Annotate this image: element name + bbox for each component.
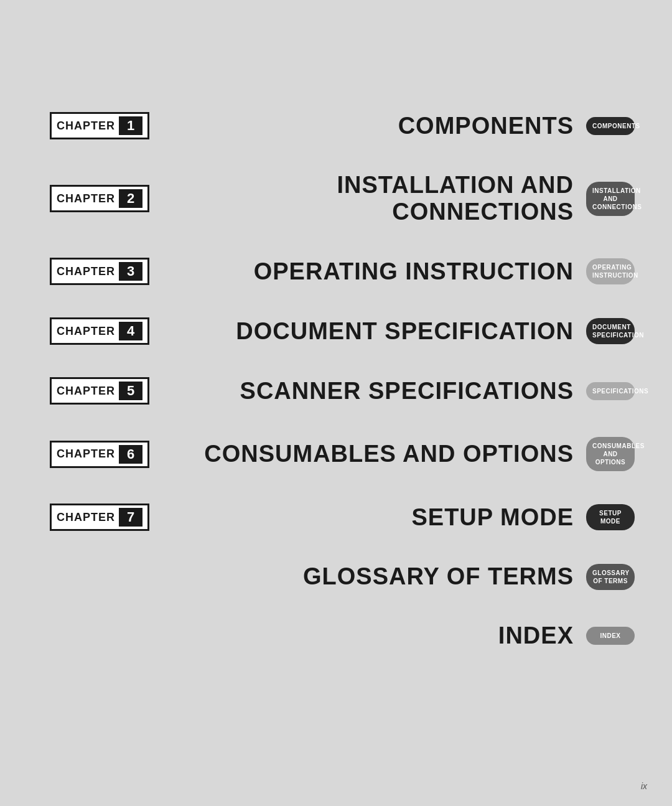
chapter-label-6: CHAPTER — [52, 448, 119, 461]
chapter-title-6: CONSUMABLES AND OPTIONS — [149, 441, 586, 467]
chapter-label-5: CHAPTER — [52, 385, 119, 398]
chapter-number-1: 1 — [119, 116, 142, 135]
chapter-row-7[interactable]: CHAPTER 7 SETUP MODE SETUP MODE — [50, 504, 635, 531]
chapter-label-4: CHAPTER — [52, 325, 119, 338]
tab-4: DOCUMENT SPECIFICATION — [586, 318, 635, 344]
chapter-badge-3: CHAPTER 3 — [50, 258, 149, 285]
chapter-number-4: 4 — [119, 322, 142, 340]
chapter-number-7: 7 — [119, 508, 142, 527]
chapter-badge-5: CHAPTER 5 — [50, 377, 149, 405]
glossary-title: GLOSSARY OF TERMS — [149, 563, 586, 590]
chapter-row-5[interactable]: CHAPTER 5 SCANNER SPECIFICATIONS SPECIFI… — [50, 377, 635, 405]
chapter-title-3: OPERATING INSTRUCTION — [149, 258, 586, 285]
page-container: CHAPTER 1 COMPONENTS COMPONENTS CHAPTER … — [0, 0, 672, 806]
chapter-badge-1: CHAPTER 1 — [50, 112, 149, 139]
chapter-badge-6: CHAPTER 6 — [50, 441, 149, 468]
page-number: ix — [641, 781, 647, 791]
chapter-number-6: 6 — [119, 445, 142, 464]
tab-glossary: GLOSSARY OF TERMS — [586, 564, 635, 590]
index-title: INDEX — [149, 622, 586, 649]
chapter-row-4[interactable]: CHAPTER 4 DOCUMENT SPECIFICATION DOCUMEN… — [50, 317, 635, 345]
tab-1: COMPONENTS — [586, 117, 635, 135]
chapter-badge-2: CHAPTER 2 — [50, 185, 149, 212]
chapter-row-6[interactable]: CHAPTER 6 CONSUMABLES AND OPTIONS CONSUM… — [50, 437, 635, 471]
chapter-row-2[interactable]: CHAPTER 2 INSTALLATION AND CONNECTIONS I… — [50, 172, 635, 225]
chapter-label-7: CHAPTER — [52, 511, 119, 524]
chapter-title-2: INSTALLATION AND CONNECTIONS — [149, 172, 586, 225]
glossary-row[interactable]: GLOSSARY OF TERMS GLOSSARY OF TERMS — [50, 563, 635, 590]
chapter-title-7: SETUP MODE — [149, 504, 586, 531]
chapter-label-1: CHAPTER — [52, 119, 119, 133]
chapter-title-4: DOCUMENT SPECIFICATION — [149, 318, 586, 345]
chapter-title-1: COMPONENTS — [149, 113, 586, 139]
tab-index: INDEX — [586, 627, 635, 645]
index-row[interactable]: INDEX INDEX — [50, 622, 635, 649]
chapter-title-5: SCANNER SPECIFICATIONS — [149, 378, 586, 405]
tab-3: OPERATING INSTRUCTION — [586, 258, 635, 284]
chapter-row-1[interactable]: CHAPTER 1 COMPONENTS COMPONENTS — [50, 112, 635, 139]
chapter-number-2: 2 — [119, 189, 142, 208]
chapter-number-5: 5 — [119, 382, 142, 400]
chapter-badge-4: CHAPTER 4 — [50, 317, 149, 345]
chapter-number-3: 3 — [119, 262, 142, 281]
tab-2: INSTALLATION AND CONNECTIONS — [586, 182, 635, 216]
chapter-label-2: CHAPTER — [52, 192, 119, 205]
chapter-row-3[interactable]: CHAPTER 3 OPERATING INSTRUCTION OPERATIN… — [50, 258, 635, 285]
tab-7: SETUP MODE — [586, 504, 635, 530]
chapter-badge-7: CHAPTER 7 — [50, 504, 149, 531]
chapter-label-3: CHAPTER — [52, 265, 119, 278]
tab-5: SPECIFICATIONS — [586, 382, 635, 400]
tab-6: CONSUMABLES AND OPTIONS — [586, 437, 635, 471]
